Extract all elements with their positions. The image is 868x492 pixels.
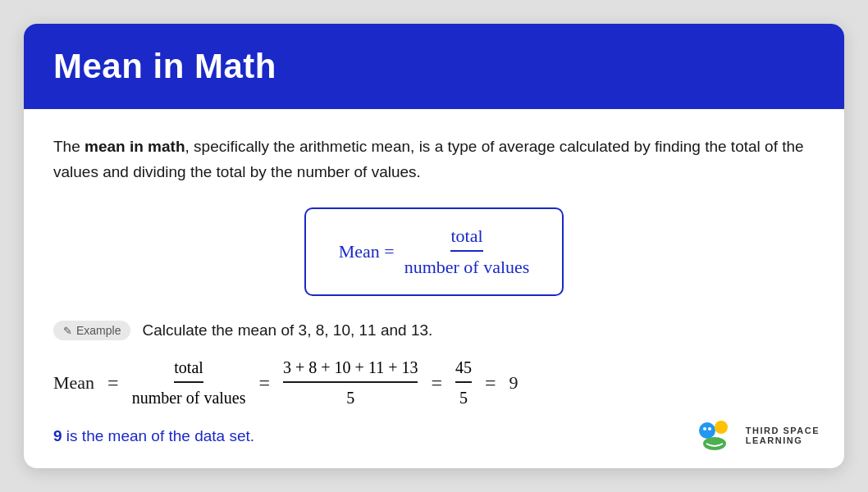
logo-text: THIRD SPACE LEARNING	[746, 426, 820, 445]
intro-bold: mean in math	[85, 138, 185, 155]
example-text: Calculate the mean of 3, 8, 10, 11 and 1…	[142, 321, 432, 339]
svg-point-0	[699, 422, 715, 439]
svg-point-3	[703, 427, 706, 430]
formula-content: Mean = total number of values	[339, 226, 530, 278]
result-suffix: is the mean of the data set.	[62, 427, 254, 444]
result-value: 9	[509, 372, 519, 394]
svg-point-1	[715, 421, 728, 434]
equals-4: =	[485, 372, 496, 394]
example-badge: ✎ Example	[53, 321, 130, 340]
equals-2: =	[259, 372, 271, 394]
example-badge-label: Example	[76, 324, 121, 337]
logo-area: THIRD SPACE LEARNING	[697, 419, 820, 452]
calc-fraction-2: 3 + 8 + 10 + 11 + 13 5	[283, 358, 418, 408]
card: Mean in Math The mean in math, specifica…	[24, 24, 844, 469]
calculation-row: Mean = total number of values = 3 + 8 + …	[53, 358, 815, 408]
card-body: The mean in math, specifically the arith…	[24, 109, 844, 469]
card-header: Mean in Math	[24, 24, 844, 109]
formula-box-wrapper: Mean = total number of values	[53, 207, 815, 321]
pencil-icon: ✎	[63, 325, 72, 337]
frac1-denominator: number of values	[132, 385, 246, 408]
formula-numerator: total	[450, 226, 482, 252]
frac1-numerator: total	[174, 358, 203, 383]
calc-fraction-3: 45 5	[455, 358, 472, 408]
formula-box: Mean = total number of values	[304, 207, 564, 296]
result-bold-value: 9	[53, 427, 62, 444]
logo-icon	[697, 419, 738, 452]
page-title: Mean in Math	[53, 47, 815, 86]
intro-text-before: The	[53, 138, 85, 155]
calc-fraction-1: total number of values	[132, 358, 246, 408]
equals-3: =	[431, 372, 442, 394]
logo-line2: LEARNING	[746, 435, 820, 445]
formula-label: Mean =	[339, 241, 395, 262]
frac2-denominator: 5	[346, 385, 354, 408]
intro-paragraph: The mean in math, specifically the arith…	[53, 134, 815, 185]
svg-point-4	[708, 427, 711, 430]
formula-denominator: number of values	[404, 253, 530, 278]
example-section: ✎ Example Calculate the mean of 3, 8, 10…	[53, 321, 815, 340]
frac3-numerator: 45	[455, 358, 472, 383]
frac3-denominator: 5	[459, 385, 468, 408]
mean-label: Mean	[53, 372, 94, 394]
equals-1: =	[107, 372, 119, 394]
logo-line1: THIRD SPACE	[746, 426, 820, 435]
formula-fraction: total number of values	[404, 226, 530, 278]
frac2-numerator: 3 + 8 + 10 + 11 + 13	[283, 358, 418, 383]
